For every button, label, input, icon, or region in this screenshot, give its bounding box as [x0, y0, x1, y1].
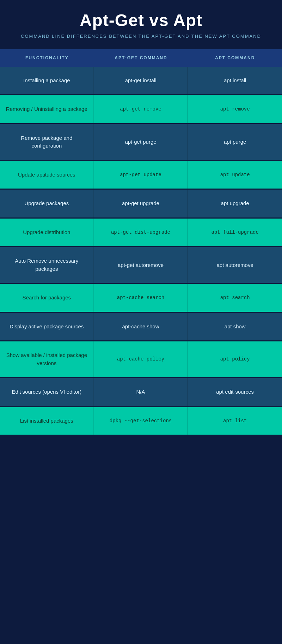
cell-apt-cmd: apt autoremove [188, 247, 282, 283]
cell-apt-get-cmd: apt-get install [94, 67, 188, 95]
cell-apt-cmd: apt show [188, 313, 282, 341]
cell-functionality: Search for packages [0, 284, 94, 312]
table-row: Upgrade distribution apt-get dist-upgrad… [0, 219, 282, 248]
cell-functionality: Auto Remove unnecessary packages [0, 247, 94, 283]
col-header-functionality: FUNCTIONALITY [0, 49, 94, 67]
cell-functionality: Show available / installed package versi… [0, 341, 94, 377]
cell-apt-cmd: apt full-upgrade [188, 219, 282, 246]
cell-functionality: Display active package sources [0, 313, 94, 341]
cell-apt-get-cmd: apt-get upgrade [94, 190, 188, 217]
cell-apt-get-cmd: apt-get purge [94, 124, 188, 160]
cell-apt-get-cmd: apt-cache search [94, 284, 188, 312]
table-row: Update aptitude sources apt-get update a… [0, 161, 282, 190]
cell-apt-cmd: apt install [188, 67, 282, 95]
cell-functionality: Edit sources (opens VI editor) [0, 378, 94, 406]
cell-apt-cmd: apt search [188, 284, 282, 312]
cell-apt-get-cmd: apt-get update [94, 161, 188, 189]
table-row: Auto Remove unnecessary packages apt-get… [0, 247, 282, 284]
table-row: Removing / Uninstalling a package apt-ge… [0, 95, 282, 124]
table-row: Upgrade packages apt-get upgrade apt upg… [0, 190, 282, 219]
cell-functionality: Removing / Uninstalling a package [0, 95, 94, 123]
cell-apt-cmd: apt policy [188, 341, 282, 377]
cell-functionality: List installed packages [0, 407, 94, 435]
col-header-apt: APT COMMAND [188, 49, 282, 67]
cell-apt-get-cmd: apt-cache policy [94, 341, 188, 377]
column-headers: FUNCTIONALITY APT-GET COMMAND APT COMMAN… [0, 49, 282, 67]
cell-apt-cmd: apt remove [188, 95, 282, 123]
cell-apt-get-cmd: N/A [94, 378, 188, 406]
page-title: Apt-Get vs Apt [7, 11, 275, 30]
table-row: List installed packages dpkg --get-selec… [0, 407, 282, 436]
cell-apt-get-cmd: apt-get autoremove [94, 247, 188, 283]
table-row: Search for packages apt-cache search apt… [0, 284, 282, 313]
cell-apt-get-cmd: dpkg --get-selections [94, 407, 188, 435]
page-subtitle: COMMAND LINE DIFFERENCES BETWEEN THE APT… [7, 33, 275, 40]
cell-apt-cmd: apt list [188, 407, 282, 435]
table-row: Display active package sources apt-cache… [0, 313, 282, 342]
table-row: Show available / installed package versi… [0, 341, 282, 378]
table-row: Remove package and configuration apt-get… [0, 124, 282, 161]
cell-functionality: Upgrade packages [0, 190, 94, 217]
header: Apt-Get vs Apt COMMAND LINE DIFFERENCES … [0, 0, 282, 49]
cell-functionality: Update aptitude sources [0, 161, 94, 189]
cell-functionality: Remove package and configuration [0, 124, 94, 160]
col-header-apt-get: APT-GET COMMAND [94, 49, 188, 67]
cell-apt-cmd: apt purge [188, 124, 282, 160]
cell-functionality: Upgrade distribution [0, 219, 94, 246]
cell-apt-cmd: apt upgrade [188, 190, 282, 217]
cell-apt-cmd: apt edit-sources [188, 378, 282, 406]
cell-apt-get-cmd: apt-get remove [94, 95, 188, 123]
table-row: Edit sources (opens VI editor) N/A apt e… [0, 378, 282, 407]
cell-apt-cmd: apt update [188, 161, 282, 189]
comparison-table: FUNCTIONALITY APT-GET COMMAND APT COMMAN… [0, 49, 282, 436]
table-row: Installing a package apt-get install apt… [0, 67, 282, 96]
cell-apt-get-cmd: apt-cache show [94, 313, 188, 341]
cell-functionality: Installing a package [0, 67, 94, 95]
cell-apt-get-cmd: apt-get dist-upgrade [94, 219, 188, 246]
